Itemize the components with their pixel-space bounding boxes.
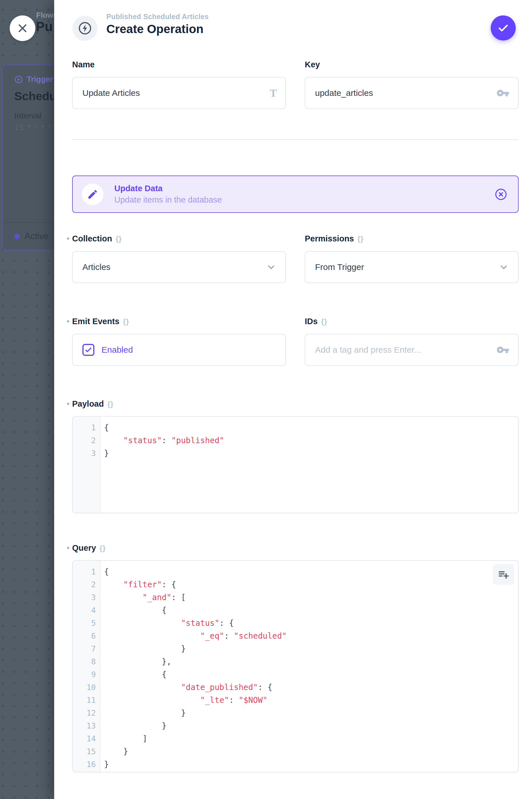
template-insert-button[interactable] [493, 564, 514, 585]
banner-icon-circle [82, 183, 103, 205]
collection-value: Articles [82, 262, 265, 272]
collection-label-text: Collection [72, 234, 112, 243]
query-field-group: Query {} 12345678910111213141516 { "filt… [72, 543, 519, 773]
payload-label-text: Payload [72, 399, 104, 408]
payload-label: Payload {} [72, 399, 519, 409]
drawer-title: Create Operation [106, 22, 209, 36]
raw-value-icon[interactable]: {} [115, 234, 122, 243]
playlist-add-icon [497, 568, 510, 581]
query-code-editor[interactable]: 12345678910111213141516 { "filter": { "_… [72, 560, 519, 773]
payload-code-editor[interactable]: 123 { "status": "published"} [72, 416, 519, 513]
key-icon [496, 343, 510, 357]
key-input-box [305, 77, 519, 109]
section-divider [72, 139, 519, 140]
emit-events-box: Enabled [72, 334, 286, 366]
pencil-icon [87, 188, 98, 200]
operation-icon-circle [72, 16, 97, 41]
raw-value-icon[interactable]: {} [357, 234, 363, 243]
query-label-text: Query [72, 543, 96, 553]
name-label: Name [72, 59, 286, 70]
chevron-down-icon [498, 261, 510, 273]
key-input[interactable] [315, 88, 496, 98]
drawer-breadcrumb: Published Scheduled Articles [106, 13, 209, 21]
drawer-content: Name T Key [54, 59, 532, 773]
key-field-group: Key [305, 59, 519, 109]
name-input-box: T [72, 77, 286, 109]
required-dot [67, 320, 69, 323]
flows-page-title: Pu [36, 19, 53, 34]
code-area[interactable]: { "filter": { "_and": [ { "status": { "_… [100, 561, 518, 772]
ids-label-text: IDs [305, 317, 318, 326]
title-icon: T [270, 87, 277, 99]
required-dot [67, 547, 69, 549]
emit-events-field-group: Emit Events {} Enabled [72, 316, 286, 366]
line-number-gutter: 123 [73, 417, 100, 513]
trigger-badge-label: Trigger [27, 75, 53, 84]
payload-field-group: Payload {} 123 { "status": "published"} [72, 399, 519, 513]
raw-value-icon[interactable]: {} [321, 317, 327, 326]
collection-select[interactable]: Articles [72, 251, 286, 283]
emit-events-checkbox-label[interactable]: Enabled [101, 345, 133, 355]
code-area[interactable]: { "status": "published"} [100, 417, 518, 513]
close-icon [16, 22, 29, 35]
name-label-text: Name [72, 60, 95, 69]
key-label-text: Key [305, 60, 320, 69]
raw-value-icon[interactable]: {} [107, 399, 113, 408]
banner-title: Update Data [114, 184, 494, 193]
permissions-value: From Trigger [315, 262, 498, 272]
ids-label: IDs {} [305, 316, 519, 326]
bolt-circle-icon [14, 75, 23, 84]
chevron-down-icon [265, 261, 277, 273]
operation-type-banner[interactable]: Update Data Update items in the database [72, 176, 519, 213]
ids-input-box [305, 334, 519, 366]
check-icon [497, 21, 510, 35]
raw-value-icon[interactable]: {} [99, 543, 106, 553]
required-dot [67, 237, 69, 240]
raw-value-icon[interactable]: {} [123, 317, 129, 326]
permissions-label: Permissions {} [305, 233, 519, 244]
query-label: Query {} [72, 543, 519, 553]
line-number-gutter: 12345678910111213141516 [73, 561, 100, 772]
create-operation-drawer: Published Scheduled Articles Create Oper… [54, 0, 532, 799]
bolt-circle-icon [78, 21, 92, 36]
drawer-header: Published Scheduled Articles Create Oper… [54, 0, 532, 57]
name-field-group: Name T [72, 59, 286, 109]
ids-field-group: IDs {} [305, 316, 519, 366]
key-icon [496, 87, 510, 99]
status-dot [14, 234, 20, 239]
emit-events-label-text: Emit Events [72, 317, 119, 326]
ids-tag-input[interactable] [315, 345, 496, 355]
key-label: Key [305, 59, 519, 70]
permissions-select[interactable]: From Trigger [305, 251, 519, 283]
drawer-title-block: Published Scheduled Articles Create Oper… [106, 13, 209, 36]
collection-label: Collection {} [72, 233, 286, 244]
name-input[interactable] [82, 88, 270, 98]
permissions-field-group: Permissions {} From Trigger [305, 233, 519, 283]
deselect-operation-icon[interactable] [494, 187, 508, 201]
permissions-label-text: Permissions [305, 234, 354, 243]
banner-text: Update Data Update items in the database [114, 184, 494, 205]
required-dot [67, 403, 69, 405]
collection-field-group: Collection {} Articles [72, 233, 286, 283]
status-label: Active [24, 231, 49, 241]
close-drawer-button[interactable] [10, 15, 35, 41]
emit-events-label: Emit Events {} [72, 316, 286, 326]
emit-events-checkbox[interactable] [82, 344, 94, 356]
banner-subtitle: Update items in the database [114, 195, 494, 205]
save-operation-button[interactable] [491, 15, 516, 40]
check-icon [84, 346, 93, 354]
